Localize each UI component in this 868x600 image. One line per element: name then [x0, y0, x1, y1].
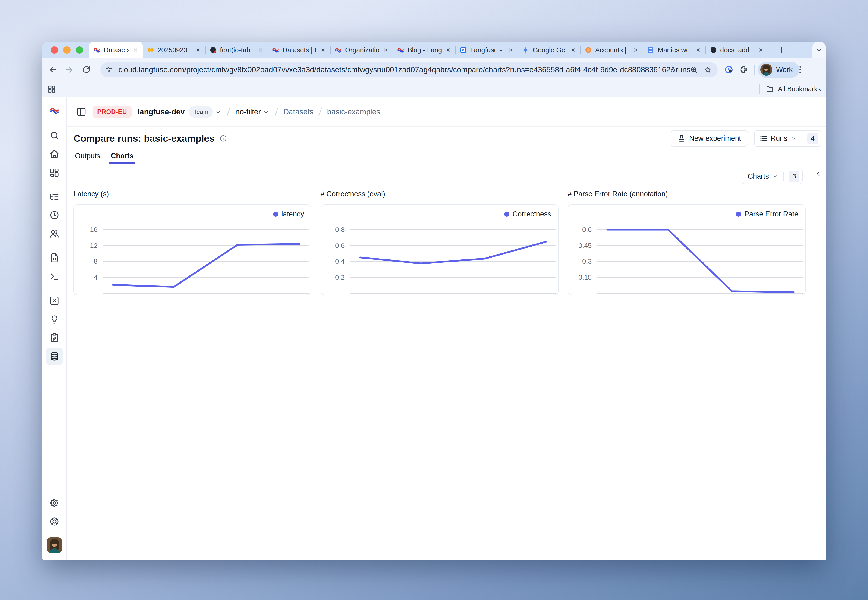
- maximize-window-button[interactable]: [76, 46, 83, 54]
- all-bookmarks[interactable]: All Bookmarks: [759, 81, 821, 97]
- chart-plot: 161284: [74, 205, 311, 295]
- project-chevron-down-icon[interactable]: [263, 108, 270, 115]
- browser-menu-icon[interactable]: [795, 65, 805, 74]
- close-window-button[interactable]: [51, 46, 58, 54]
- browser-tab[interactable]: 20250923: [143, 42, 205, 58]
- github-favicon: [710, 46, 717, 54]
- organization-name[interactable]: langfuse-dev: [138, 108, 185, 116]
- chart-plot: 0.80.60.40.2: [321, 205, 558, 295]
- chart-card: 161284latency: [73, 205, 311, 295]
- clock-icon: [50, 210, 59, 220]
- browser-tab[interactable]: Marlies we: [643, 42, 706, 58]
- browser-tab[interactable]: Datasets | L: [268, 42, 330, 58]
- tab-close-icon[interactable]: [445, 47, 451, 53]
- new-tab-button[interactable]: [777, 45, 786, 55]
- sidebar-item-tracing[interactable]: [46, 188, 63, 205]
- reload-button[interactable]: [82, 65, 91, 74]
- sidebar-item-annotation[interactable]: [46, 329, 63, 346]
- tab-title: Datasets | L: [282, 46, 317, 54]
- tab-charts[interactable]: Charts: [111, 152, 134, 164]
- runs-count-badge: 4: [807, 133, 818, 144]
- chevron-down-icon: [815, 46, 823, 54]
- sidebar-item-home[interactable]: [46, 145, 63, 162]
- sidebar-item-datasets[interactable]: [46, 348, 63, 365]
- sidebar-item-users[interactable]: [46, 225, 63, 242]
- sidebar-item-support[interactable]: [46, 513, 63, 530]
- sidebar-item-search[interactable]: [46, 127, 63, 144]
- tab-close-icon[interactable]: [320, 47, 326, 53]
- browser-tab[interactable]: Organizatio: [330, 42, 393, 58]
- back-button[interactable]: [49, 65, 58, 74]
- runs-selector-button[interactable]: Runs 4: [754, 130, 821, 147]
- browser-tab[interactable]: 6Langfuse -: [455, 42, 518, 58]
- legend-dot-icon: [736, 212, 741, 217]
- breadcrumb-dataset-name[interactable]: basic-examples: [327, 108, 380, 116]
- lightbulb-icon: [50, 315, 59, 324]
- tab-close-icon[interactable]: [758, 47, 764, 53]
- search-icon: [50, 131, 59, 141]
- tab-close-icon[interactable]: [695, 47, 701, 53]
- tab-close-icon[interactable]: [195, 47, 201, 53]
- apps-grid-icon[interactable]: [47, 85, 56, 94]
- browser-profile-chip[interactable]: Work: [758, 62, 799, 78]
- forward-button[interactable]: [65, 65, 74, 74]
- tab-close-icon[interactable]: [570, 47, 576, 53]
- breadcrumb-datasets-link[interactable]: Datasets: [283, 108, 313, 116]
- info-icon[interactable]: [220, 135, 227, 142]
- tab-close-icon[interactable]: [633, 47, 639, 53]
- browser-tab[interactable]: Blog - Lang: [393, 42, 455, 58]
- sidebar-item-insights[interactable]: [46, 311, 63, 328]
- sidebar-item-prompts[interactable]: [46, 249, 63, 267]
- sidebar-item-playground[interactable]: [46, 268, 63, 285]
- avatar-square-icon: [47, 538, 62, 553]
- url-text[interactable]: cloud.langfuse.com/project/cmfwgv8fx002o…: [118, 65, 690, 74]
- address-bar[interactable]: cloud.langfuse.com/project/cmfwgv8fx002o…: [100, 62, 718, 77]
- tab-title: 20250923: [158, 46, 192, 54]
- zoom-page-icon[interactable]: [690, 66, 698, 74]
- browser-tab[interactable]: docs: add: [706, 42, 768, 58]
- sidebar-toggle-icon[interactable]: [76, 106, 86, 117]
- charts-grid: Latency (s)161284latency# Correctness (e…: [73, 190, 806, 295]
- svg-text:0.45: 0.45: [578, 242, 592, 249]
- browser-tab[interactable]: feat(io-tab: [205, 42, 268, 58]
- flask-icon: [678, 135, 686, 142]
- accounts-favicon: [584, 46, 592, 54]
- tab-list: Datasets | L20250923feat(io-tabDatasets …: [89, 42, 768, 58]
- browser-tab[interactable]: Google Ge: [518, 42, 580, 58]
- langfuse-favicon: [397, 46, 404, 54]
- langfuse-logo-icon[interactable]: [49, 105, 59, 115]
- tab-close-icon[interactable]: [508, 47, 514, 53]
- browser-tab[interactable]: Datasets | L: [89, 42, 143, 58]
- browser-tab[interactable]: Accounts |: [580, 42, 643, 58]
- chevron-left-icon[interactable]: [814, 170, 822, 178]
- sidebar-item-sessions[interactable]: [46, 206, 63, 224]
- site-settings-icon[interactable]: [105, 66, 113, 74]
- tab-title: feat(io-tab: [220, 46, 254, 54]
- profile-avatar: [760, 64, 772, 76]
- extensions-puzzle-icon[interactable]: [739, 65, 748, 74]
- tab-close-icon[interactable]: [382, 47, 388, 53]
- password-manager-icon[interactable]: [724, 65, 733, 74]
- browser-window: Datasets | L20250923feat(io-tabDatasets …: [42, 42, 826, 560]
- user-avatar[interactable]: [46, 536, 63, 554]
- bookmark-star-icon[interactable]: [704, 66, 712, 74]
- charts-selector-button[interactable]: Charts 3: [742, 168, 803, 184]
- sidebar-item-evaluation[interactable]: [46, 292, 63, 309]
- sidebar-item-dashboards[interactable]: [46, 164, 63, 181]
- home-icon: [50, 149, 59, 159]
- tab-close-icon[interactable]: [258, 47, 264, 53]
- tab-close-icon[interactable]: [132, 47, 138, 53]
- page-header: Compare runs: basic-examples New experim…: [67, 127, 826, 150]
- tab-search-button[interactable]: [812, 42, 826, 58]
- org-chevron-down-icon[interactable]: [215, 108, 222, 115]
- minimize-window-button[interactable]: [63, 46, 71, 54]
- new-experiment-button[interactable]: New experiment: [671, 130, 748, 147]
- tab-outputs[interactable]: Outputs: [75, 152, 100, 164]
- breadcrumb: PROD-EU langfuse-dev Team no-filter Data…: [67, 97, 826, 127]
- file-code-icon: [50, 253, 59, 263]
- list-tree-icon: [50, 192, 59, 202]
- sidebar-item-settings[interactable]: [46, 494, 63, 512]
- database-icon: [50, 352, 59, 361]
- bookmarks-bar: All Bookmarks: [42, 81, 826, 97]
- project-name[interactable]: no-filter: [235, 108, 261, 116]
